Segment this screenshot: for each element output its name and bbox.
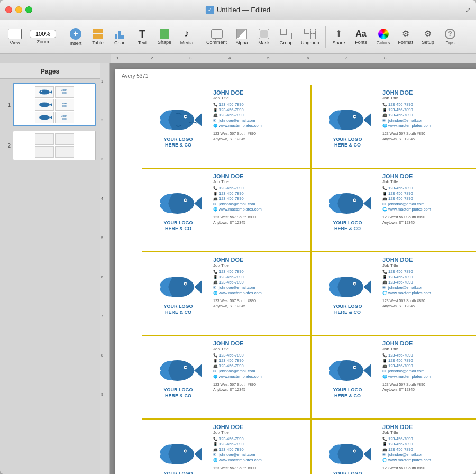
card-2-1[interactable]: YOUR LOGO HERE & CO JOHN DOE Job Title 📞… xyxy=(142,168,311,252)
group-button[interactable]: Group xyxy=(276,26,297,48)
logo-text-1: YOUR LOGO HERE & CO xyxy=(163,136,193,148)
card-4-2[interactable]: YOUR LOGO HERE & CO JOHN DOE Job Title 📞… xyxy=(311,335,476,419)
page-1-thumb-container: 1 xyxy=(4,83,96,126)
svg-point-26 xyxy=(185,283,187,285)
tips-button[interactable]: ? Tips xyxy=(440,26,461,48)
pages-panel[interactable]: 1 xyxy=(0,79,100,474)
svg-point-14 xyxy=(354,116,356,117)
fish-svg-9 xyxy=(154,440,202,469)
card-info-9: 📞123-456-7890 📱123-456-7890 📠123-456-789… xyxy=(213,436,306,462)
card-5-1-right: JOHN DOE Job Title 📞123-456-7890 📱123-45… xyxy=(210,424,306,474)
thumb-card-6: JOHNDOE xyxy=(55,112,74,123)
svg-marker-23 xyxy=(194,280,202,294)
horizontal-ruler: 1 2 3 4 5 6 7 8 xyxy=(111,54,476,63)
card-3-2[interactable]: YOUR LOGO HERE & CO JOHN DOE Job Title 📞… xyxy=(311,252,476,335)
card-1-1-left: YOUR LOGO HERE & CO xyxy=(147,89,210,163)
card-4-2-right: JOHN DOE Job Title 📞123-456-7890 📱123-45… xyxy=(379,340,475,414)
card-4-2-left: YOUR LOGO HERE & CO xyxy=(316,340,379,414)
shape-button[interactable]: Shape xyxy=(154,27,175,47)
svg-point-38 xyxy=(354,367,356,368)
logo-text-10: YOUR LOGO HERE & CO xyxy=(333,471,362,474)
card-5-2-left: YOUR LOGO HERE & CO xyxy=(316,424,379,474)
card-4-1[interactable]: YOUR LOGO HERE & CO JOHN DOE Job Title 📞… xyxy=(142,335,311,419)
card-5-2[interactable]: YOUR LOGO HERE & CO JOHN DOE Job Title 📞… xyxy=(311,419,476,474)
card-info-3: 📞123-456-7890 📱123-456-7890 📠123-456-789… xyxy=(213,186,306,212)
svg-point-0 xyxy=(39,90,50,95)
toolbar: View 100% Zoom + Insert Table xyxy=(0,20,476,54)
card-5-1[interactable]: YOUR LOGO HERE & CO JOHN DOE Job Title 📞… xyxy=(142,419,311,474)
alpha-icon xyxy=(236,29,247,39)
logo-text-7: YOUR LOGO HERE & CO xyxy=(163,387,193,399)
thumb-2-card-3 xyxy=(35,146,54,158)
mask-icon xyxy=(259,29,269,39)
document-area[interactable]: Avery 5371 xyxy=(110,63,476,474)
card-info-10: 📞123-456-7890 📱123-456-7890 📠123-456-789… xyxy=(382,436,475,462)
ruler-corner xyxy=(0,54,111,63)
app-window: ✓ Untitled — Edited ⤢ View 100% Zoom + I… xyxy=(0,0,476,474)
table-button[interactable]: Table xyxy=(87,26,108,48)
comment-button[interactable]: Comment xyxy=(203,27,230,47)
page-2-thumbnail[interactable] xyxy=(13,131,96,160)
media-button[interactable]: ♪ Media xyxy=(176,26,197,48)
card-1-1[interactable]: YOUR LOGO HERE & CO JOHN DOE Job Title 📞… xyxy=(142,85,311,168)
card-4-1-right: JOHN DOE Job Title 📞123-456-7890 📱123-45… xyxy=(210,340,306,414)
thumb-2-card-4 xyxy=(55,146,74,158)
logo-text-8: YOUR LOGO HERE & CO xyxy=(333,387,362,399)
page-1-num: 1 xyxy=(4,102,11,108)
fonts-button[interactable]: Aa Fonts xyxy=(351,27,372,47)
card-3-2-right: JOHN DOE Job Title 📞123-456-7890 📱123-45… xyxy=(379,257,475,331)
card-address-6: 123 West 567 South #890 Anytown, ST 1234… xyxy=(382,298,475,309)
fullscreen-icon[interactable]: ⤢ xyxy=(465,6,471,14)
main-content: Pages 1 xyxy=(0,63,476,474)
insert-button[interactable]: + Insert xyxy=(65,26,86,48)
card-2-2[interactable]: YOUR LOGO HERE & CO JOHN DOE Job Title 📞… xyxy=(311,168,476,252)
card-3-2-left: YOUR LOGO HERE & CO xyxy=(316,257,379,331)
setup-button[interactable]: ⚙ Setup xyxy=(417,26,438,47)
colors-button[interactable]: Colors xyxy=(373,26,394,48)
maximize-button[interactable] xyxy=(25,6,32,13)
card-info-6: 📞123-456-7890 📱123-456-7890 📠123-456-789… xyxy=(382,269,475,295)
web-icon: 🌐 xyxy=(213,124,217,128)
card-info-8: 📞123-456-7890 📱123-456-7890 📠123-456-789… xyxy=(382,353,475,379)
logo-text-9: YOUR LOGO HERE & CO xyxy=(163,471,193,474)
card-address-8: 123 West 567 South #890 Anytown, ST 1234… xyxy=(382,382,475,393)
card-address-5: 123 West 567 South #890 Anytown, ST 1234… xyxy=(213,298,306,309)
thumb-2-card-2 xyxy=(55,133,74,145)
format-button[interactable]: ⚙ Format xyxy=(395,26,417,47)
format-icon: ⚙ xyxy=(402,29,409,39)
text-button[interactable]: T Text xyxy=(132,26,153,48)
close-button[interactable] xyxy=(5,6,12,13)
sidebar-header: Pages xyxy=(0,63,100,79)
svg-point-30 xyxy=(354,283,356,285)
card-address-2: 123 West 567 South #890 Anytown, ST 1234… xyxy=(382,131,475,142)
ungroup-button[interactable]: Ungroup xyxy=(298,26,323,48)
tips-icon: ? xyxy=(445,29,455,39)
minimize-button[interactable] xyxy=(15,6,22,13)
page-2-num: 2 xyxy=(4,143,11,149)
zoom-control[interactable]: 100% Zoom xyxy=(26,28,59,47)
card-4-1-left: YOUR LOGO HERE & CO xyxy=(147,340,210,414)
svg-marker-4 xyxy=(50,103,52,107)
mask-button[interactable]: Mask xyxy=(253,26,274,48)
table-icon xyxy=(93,29,103,39)
card-3-1[interactable]: YOUR LOGO HERE & CO JOHN DOE Job Title 📞… xyxy=(142,252,311,335)
logo-text-5: YOUR LOGO HERE & CO xyxy=(163,304,193,315)
insert-icon: + xyxy=(70,28,81,40)
card-2-1-left: YOUR LOGO HERE & CO xyxy=(147,173,210,247)
svg-point-42 xyxy=(185,450,187,452)
card-1-2[interactable]: YOUR LOGO HERE & CO JOHN DOE Job Title 📞… xyxy=(311,85,476,168)
fish-svg-4 xyxy=(324,189,371,218)
media-icon: ♪ xyxy=(185,28,189,39)
card-5-2-right: JOHN DOE Job Title 📞123-456-7890 📱123-45… xyxy=(379,424,475,474)
thumb-2-card-1 xyxy=(35,133,54,145)
chart-button[interactable]: Chart xyxy=(109,26,131,48)
card-2-2-right: JOHN DOE Job Title 📞123-456-7890 📱123-45… xyxy=(379,173,475,247)
page-1-thumbnail[interactable]: JOHNDOE xyxy=(13,83,96,126)
svg-point-3 xyxy=(39,103,50,107)
view-button[interactable]: View xyxy=(4,26,25,48)
card-5-1-left: YOUR LOGO HERE & CO xyxy=(147,424,210,474)
svg-marker-7 xyxy=(194,113,202,126)
alpha-button[interactable]: Alpha xyxy=(231,26,252,48)
zoom-value[interactable]: 100% xyxy=(30,30,56,38)
share-button[interactable]: ⬆ Share xyxy=(328,26,350,48)
